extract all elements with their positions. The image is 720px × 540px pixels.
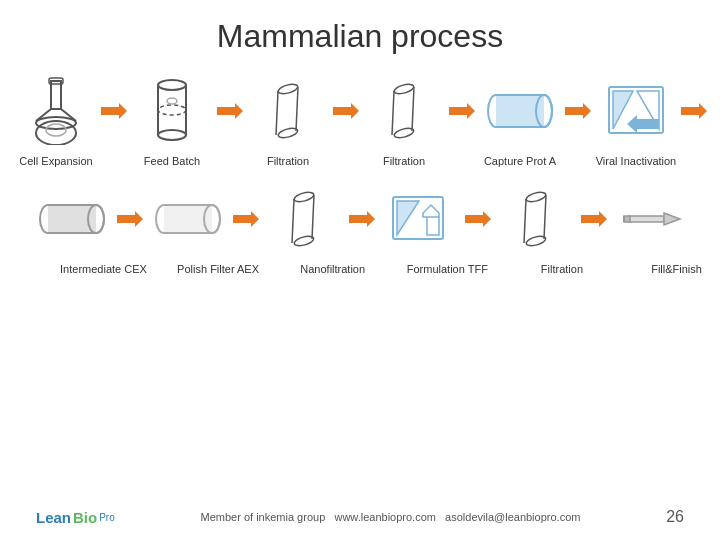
svg-point-12 [158,105,186,115]
page-title: Mammalian process [0,0,720,65]
footer-logo: Lean Bio Pro [36,509,115,526]
email-text: asoldevila@leanbiopro.com [445,511,580,523]
svg-point-8 [158,80,186,90]
step-feed-batch [128,75,216,147]
svg-marker-7 [101,103,127,119]
svg-point-51 [293,191,314,204]
step-capture-prot-a [476,75,564,147]
labels-row-1: Cell Expansion Feed Batch Filtration Fil… [0,151,720,169]
viral-inactivation-icon [602,75,670,147]
step-formulation-tff [376,183,464,255]
arrow-6 [680,99,708,123]
svg-marker-14 [217,103,243,119]
footer-center: Member of inkemia group www.leanbiopro.c… [201,511,581,523]
svg-marker-55 [349,211,375,227]
label-filtration-3: Filtration [541,263,583,275]
svg-line-18 [296,87,298,131]
svg-point-4 [36,117,76,129]
svg-marker-36 [681,103,707,119]
intermediate-cex-icon [38,183,106,255]
step-filtration-1b [360,75,448,147]
label-capture-prot-a: Capture Prot A [484,155,556,167]
step-filtration-3 [492,183,580,255]
label-formulation-tff: Formulation TFF [407,263,488,275]
filtration-3-icon [502,183,570,255]
label-cell-expansion: Cell Expansion [19,155,92,167]
label-polish-filter: Polish Filter AEX [177,263,259,275]
logo-pro: Pro [99,512,115,523]
member-text: Member of inkemia group [201,511,326,523]
arrow-1 [100,99,128,123]
svg-line-54 [312,195,314,239]
step-fill-finish [608,183,696,255]
svg-marker-31 [565,103,591,119]
feed-batch-icon [138,75,206,147]
svg-point-13 [167,98,177,104]
svg-line-62 [524,199,526,243]
step-filtration-1 [244,75,332,147]
svg-marker-64 [581,211,607,227]
polish-filter-icon [154,183,222,255]
svg-line-53 [292,199,294,243]
svg-marker-66 [664,213,680,225]
svg-marker-50 [233,211,259,227]
step-cell-expansion [12,75,100,147]
label-nanofiltration: Nanofiltration [300,263,365,275]
label-filtration-1b: Filtration [383,155,425,167]
step-nanofiltration [260,183,348,255]
logo-bio: Bio [73,509,97,526]
label-viral-inactivation: Viral Inactivation [596,155,677,167]
formulation-tff-icon [386,183,454,255]
label-fill-finish: Fill&Finish [651,263,702,275]
label-feed-batch: Feed Batch [144,155,200,167]
nanofiltration-icon [270,183,338,255]
svg-marker-59 [465,211,491,227]
svg-point-15 [277,83,298,96]
svg-line-63 [544,195,546,239]
process-row-2 [0,183,720,255]
website-text: www.leanbiopro.com [334,511,436,523]
arrow-7 [116,207,144,231]
arrow-2 [216,99,244,123]
svg-marker-35 [627,115,659,133]
label-filtration-1: Filtration [267,155,309,167]
filtration-1-icon [254,75,322,147]
process-row-1 [0,75,720,147]
svg-marker-57 [397,201,419,235]
capture-prot-a-icon [486,75,554,147]
arrow-11 [580,207,608,231]
arrow-9 [348,207,376,231]
svg-point-20 [393,83,414,96]
svg-point-9 [158,130,186,140]
svg-line-22 [392,91,394,135]
svg-marker-19 [333,103,359,119]
logo-lean: Lean [36,509,71,526]
arrow-5 [564,99,592,123]
svg-rect-0 [51,81,61,109]
label-intermediate-cex: Intermediate CEX [60,263,147,275]
arrow-8 [232,207,260,231]
arrow-10 [464,207,492,231]
step-intermediate-cex [28,183,116,255]
svg-marker-24 [449,103,475,119]
fill-finish-icon [618,183,686,255]
filtration-1b-icon [370,75,438,147]
footer: Lean Bio Pro Member of inkemia group www… [0,508,720,526]
step-polish-filter-aex [144,183,232,255]
arrow-4 [448,99,476,123]
cell-expansion-icon [22,75,90,147]
svg-line-17 [276,91,278,135]
svg-point-60 [525,191,546,204]
svg-line-23 [412,87,414,131]
svg-marker-43 [117,211,143,227]
page-number: 26 [666,508,684,526]
arrow-3 [332,99,360,123]
svg-rect-65 [628,216,664,222]
labels-row-2: Intermediate CEX Polish Filter AEX Nanof… [0,259,720,277]
svg-marker-58 [423,205,439,235]
step-viral-inactivation [592,75,680,147]
